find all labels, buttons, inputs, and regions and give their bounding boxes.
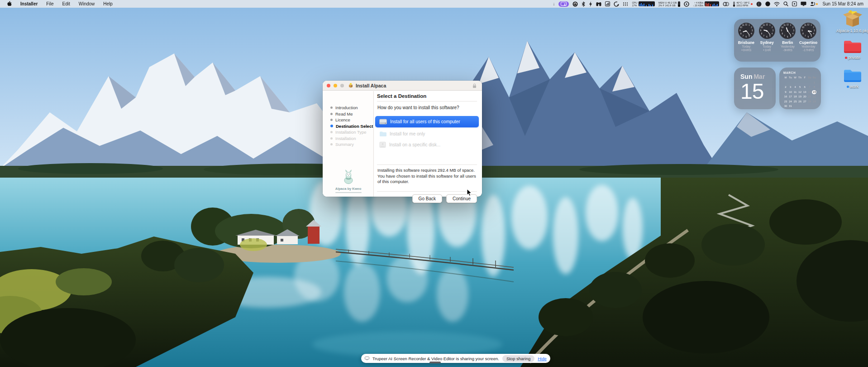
space-required-note: Installing this software requires 292.4 … — [377, 168, 475, 173]
option-install-for-me: Install for me only — [375, 128, 479, 139]
wifi-icon[interactable] — [774, 2, 780, 6]
lock-icon — [472, 83, 477, 88]
internal-drive-icon — [379, 119, 387, 125]
mouse-cursor — [467, 188, 472, 197]
flash-icon[interactable] — [589, 1, 592, 7]
go-back-button[interactable]: Go Back — [412, 194, 442, 203]
option-install-all-users[interactable]: Install for all users of this computer — [375, 116, 479, 127]
step-destination-select: Destination Select — [330, 123, 373, 130]
vendor-tagline — [335, 192, 362, 193]
memory-pressure-bar — [678, 1, 680, 7]
hide-link[interactable]: Hide — [538, 356, 547, 361]
choice-note: You have chosen to install this software… — [377, 174, 476, 184]
binoculars-icon[interactable] — [596, 1, 601, 6]
alpaca-logo — [342, 169, 355, 184]
fan-alert-dot — [751, 3, 753, 5]
divider — [377, 164, 477, 165]
traffic-lights — [327, 84, 344, 87]
dark-circle-icon[interactable] — [765, 1, 770, 6]
step-summary: Summary — [330, 141, 373, 148]
menu-bar: Installer File Edit Window Help ↓ — [0, 0, 868, 8]
cd-icon[interactable] — [723, 2, 729, 6]
search-icon[interactable] — [783, 1, 788, 6]
step-installation-type: Installation Type — [330, 129, 373, 135]
folder-icon — [843, 68, 862, 83]
close-button[interactable] — [327, 84, 330, 87]
desktop: Installer File Edit Window Help ↓ — [0, 0, 868, 367]
vendor-name: Alpaca by Kweo — [323, 187, 374, 191]
cpu-meter[interactable]: CPU17% — [632, 1, 655, 7]
installer-package-icon — [348, 83, 353, 88]
user-switch-icon[interactable] — [810, 1, 818, 6]
bar-chart-icon[interactable] — [605, 1, 610, 6]
clock-sydney: 123456789101112 Sydney Today +1HR — [757, 23, 777, 52]
screen-sharing-banner: Trupeer AI Screen Recorder & Video Edito… — [361, 354, 550, 363]
gauge-icon[interactable] — [614, 1, 619, 7]
network-meter[interactable]: ↑ 4 KB/s ↓ 20 KB/s — [693, 1, 719, 7]
step-installation: Installation — [330, 135, 373, 142]
menu-edit[interactable]: Edit — [62, 1, 70, 6]
memory-meter[interactable]: MEM U 49.2 GB2% F 142.8 GB — [658, 1, 680, 7]
dots-grid-icon[interactable] — [623, 2, 628, 6]
stop-sharing-button[interactable]: Stop sharing — [502, 355, 534, 362]
banner-drag-handle[interactable] — [429, 362, 441, 363]
control-center-icon[interactable] — [792, 1, 797, 6]
red-tag-dot — [845, 57, 847, 59]
moon-icon[interactable] — [756, 1, 762, 7]
menu-window[interactable]: Window — [79, 1, 95, 6]
user-status-dot — [816, 3, 818, 5]
window-title-bar[interactable]: Install Alpaca — [323, 81, 482, 91]
menu-bar-clock[interactable]: Sun 15 Mar 8:24 am — [822, 1, 863, 6]
clock-brisbane: 123456789101112 Brisbane Today +0HRS — [736, 23, 756, 52]
bluetooth-icon[interactable] — [582, 1, 585, 7]
divider — [377, 191, 477, 192]
installer-window: Install Alpaca Introduction Read Me Lice… — [323, 81, 482, 197]
disk-icon — [379, 142, 386, 148]
divider — [377, 101, 477, 101]
menu-help[interactable]: Help — [103, 1, 113, 6]
calendar-widget[interactable]: MARCH MTuWThFSaSu12345678910111213141516… — [779, 68, 821, 109]
vendor-branding: Alpaca by Kweo — [323, 169, 374, 193]
desktop-icon-alpaca-pkg[interactable]: Alpaca-1.10.6.pkg — [833, 10, 868, 33]
menu-app-name[interactable]: Installer — [20, 1, 38, 6]
disc-icon[interactable] — [684, 1, 689, 7]
option-install-specific-disk: Install on a specific disk... — [375, 139, 479, 150]
apple-menu-icon[interactable] — [7, 1, 12, 7]
pane-heading: Select a Destination — [377, 93, 426, 99]
circle-app-icon[interactable] — [572, 1, 578, 7]
analog-clock-face: 123456789101112 — [800, 23, 816, 39]
mini-calendar-grid: MTuWThFSaSu12345678910111213141516171819… — [783, 76, 817, 108]
desktop-icon-work-folder[interactable]: work — [833, 68, 868, 89]
desktop-icon-private-folder[interactable]: private — [833, 39, 868, 60]
clock-cupertino: 123456789101112 Cupertino Yesterday -17H… — [798, 23, 818, 52]
download-arrow-icon[interactable]: ↓ — [553, 1, 555, 6]
clock-berlin: 123456789101112 Berlin Yesterday -9HRS — [777, 23, 797, 52]
menu-file[interactable]: File — [46, 1, 53, 6]
step-licence: Licence — [330, 117, 373, 123]
calendar-month-title: MARCH — [783, 71, 817, 74]
temperature-meter[interactable]: 40°C / 38°C1002 RPM — [733, 1, 753, 7]
window-title: Install Alpaca — [356, 83, 386, 88]
minimize-button[interactable] — [334, 84, 337, 87]
step-read-me: Read Me — [330, 111, 373, 117]
sharing-message: Trupeer AI Screen Recorder & Video Edito… — [372, 356, 499, 361]
step-introduction: Introduction — [330, 105, 373, 111]
home-folder-icon — [379, 131, 386, 137]
thermometer-icon — [733, 1, 735, 7]
window-body: Introduction Read Me Licence Destination… — [323, 91, 482, 197]
zoom-button-disabled — [340, 84, 344, 87]
analog-clock-face: 123456789101112 — [759, 23, 775, 39]
folder-icon — [843, 39, 862, 54]
sharing-display-icon — [365, 357, 369, 360]
pane-question: How do you want to install this software… — [377, 105, 459, 110]
blue-tag-dot — [847, 86, 849, 88]
installer-steps-sidebar: Introduction Read Me Licence Destination… — [323, 91, 374, 197]
date-day-number: 15 — [740, 80, 776, 103]
date-widget[interactable]: SunMar 15 — [734, 68, 776, 109]
display-icon[interactable] — [801, 1, 806, 6]
steps-list: Introduction Read Me Licence Destination… — [330, 105, 373, 148]
world-clock-widget[interactable]: 123456789101112 Brisbane Today +0HRS 123… — [734, 19, 820, 62]
cpu-graph — [639, 1, 655, 6]
package-icon — [843, 10, 863, 28]
screen-sharing-icon[interactable] — [558, 1, 569, 7]
